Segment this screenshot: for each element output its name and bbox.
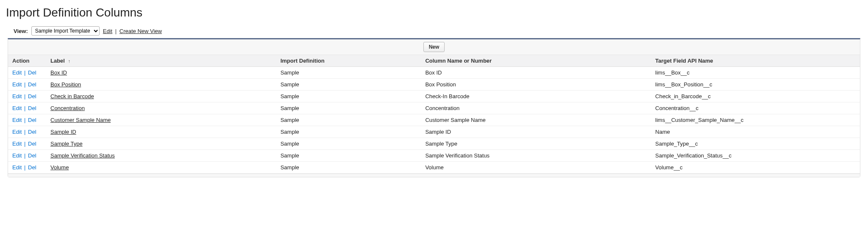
action-separator: | — [22, 141, 27, 147]
table-body: Edit | DelBox IDSampleBox IDlims__Box__c… — [8, 67, 860, 174]
label-link[interactable]: Sample ID — [50, 129, 76, 135]
label-cell: Box ID — [46, 67, 276, 79]
header-label[interactable]: Label ↑ — [46, 55, 276, 67]
table-row: Edit | DelSample TypeSampleSample TypeSa… — [8, 138, 860, 150]
label-link[interactable]: Check in Barcode — [50, 93, 94, 99]
import-definition-cell: Sample — [276, 162, 421, 174]
header-import-definition[interactable]: Import Definition — [276, 55, 421, 67]
action-separator: | — [22, 69, 27, 76]
edit-link[interactable]: Edit — [12, 69, 22, 76]
edit-link[interactable]: Edit — [12, 152, 22, 159]
table-row: Edit | DelVolumeSampleVolumeVolume__c — [8, 162, 860, 174]
edit-link[interactable]: Edit — [12, 117, 22, 123]
import-definition-cell: Sample — [276, 102, 421, 114]
column-name-cell: Check-In Barcode — [421, 91, 651, 102]
column-name-cell: Sample ID — [421, 126, 651, 138]
edit-link[interactable]: Edit — [12, 141, 22, 147]
action-cell: Edit | Del — [8, 138, 46, 150]
label-link[interactable]: Box ID — [50, 69, 67, 76]
action-separator: | — [22, 152, 27, 159]
del-link[interactable]: Del — [28, 69, 36, 76]
column-name-cell: Box Position — [421, 79, 651, 91]
button-bar: New — [8, 39, 860, 55]
target-field-cell: lims__Box__c — [651, 67, 860, 79]
target-field-cell: Check_in_Barcode__c — [651, 91, 860, 102]
del-link[interactable]: Del — [28, 164, 36, 171]
label-link[interactable]: Sample Type — [50, 141, 83, 147]
table-row: Edit | DelConcentrationSampleConcentrati… — [8, 102, 860, 114]
label-link[interactable]: Sample Verification Status — [50, 152, 115, 159]
action-cell: Edit | Del — [8, 102, 46, 114]
column-name-cell: Concentration — [421, 102, 651, 114]
label-cell: Sample Verification Status — [46, 150, 276, 162]
label-cell: Concentration — [46, 102, 276, 114]
edit-link[interactable]: Edit — [12, 81, 22, 88]
del-link[interactable]: Del — [28, 141, 36, 147]
table-row: Edit | DelSample IDSampleSample IDName — [8, 126, 860, 138]
table-row: Edit | DelCheck in BarcodeSampleCheck-In… — [8, 91, 860, 102]
label-link[interactable]: Customer Sample Name — [50, 117, 111, 123]
footer-space — [8, 174, 860, 177]
action-cell: Edit | Del — [8, 67, 46, 79]
data-table: Action Label ↑ Import Definition Column … — [8, 55, 860, 174]
del-link[interactable]: Del — [28, 81, 36, 88]
action-cell: Edit | Del — [8, 79, 46, 91]
target-field-cell: Sample_Verification_Status__c — [651, 150, 860, 162]
view-select[interactable]: Sample Import Template — [31, 26, 100, 36]
label-cell: Check in Barcode — [46, 91, 276, 102]
edit-link[interactable]: Edit — [12, 105, 22, 111]
header-action[interactable]: Action — [8, 55, 46, 67]
target-field-cell: Concentration__c — [651, 102, 860, 114]
edit-link[interactable]: Edit — [12, 164, 22, 171]
new-button[interactable]: New — [423, 42, 445, 52]
del-link[interactable]: Del — [28, 93, 36, 99]
label-cell: Box Position — [46, 79, 276, 91]
target-field-cell: Sample_Type__c — [651, 138, 860, 150]
del-link[interactable]: Del — [28, 105, 36, 111]
action-separator: | — [22, 93, 27, 99]
action-cell: Edit | Del — [8, 114, 46, 126]
action-cell: Edit | Del — [8, 91, 46, 102]
column-name-cell: Sample Verification Status — [421, 150, 651, 162]
column-name-cell: Box ID — [421, 67, 651, 79]
header-label-text: Label — [50, 58, 65, 64]
action-cell: Edit | Del — [8, 126, 46, 138]
import-definition-cell: Sample — [276, 67, 421, 79]
label-cell: Sample Type — [46, 138, 276, 150]
label-link[interactable]: Concentration — [50, 105, 85, 111]
create-view-link[interactable]: Create New View — [120, 28, 162, 34]
target-field-cell: lims__Customer_Sample_Name__c — [651, 114, 860, 126]
action-separator: | — [22, 105, 27, 111]
import-definition-cell: Sample — [276, 114, 421, 126]
del-link[interactable]: Del — [28, 117, 36, 123]
label-link[interactable]: Box Position — [50, 81, 81, 88]
target-field-cell: Volume__c — [651, 162, 860, 174]
view-bar: View: Sample Import Template Edit | Crea… — [14, 26, 862, 36]
edit-link[interactable]: Edit — [12, 129, 22, 135]
header-target-field[interactable]: Target Field API Name — [651, 55, 860, 67]
edit-link[interactable]: Edit — [12, 93, 22, 99]
label-cell: Volume — [46, 162, 276, 174]
header-column-name[interactable]: Column Name or Number — [421, 55, 651, 67]
import-definition-cell: Sample — [276, 150, 421, 162]
column-name-cell: Sample Type — [421, 138, 651, 150]
action-cell: Edit | Del — [8, 162, 46, 174]
label-cell: Sample ID — [46, 126, 276, 138]
label-link[interactable]: Volume — [50, 164, 69, 171]
view-label: View: — [14, 28, 28, 34]
import-definition-cell: Sample — [276, 91, 421, 102]
list-container: New Action Label ↑ Import Definition Col… — [8, 38, 860, 177]
label-cell: Customer Sample Name — [46, 114, 276, 126]
action-separator: | — [22, 81, 27, 88]
sort-asc-icon: ↑ — [68, 58, 71, 63]
page-title: Import Definition Columns — [6, 6, 862, 19]
action-separator: | — [22, 117, 27, 123]
action-separator: | — [22, 164, 27, 171]
table-row: Edit | DelSample Verification StatusSamp… — [8, 150, 860, 162]
column-name-cell: Customer Sample Name — [421, 114, 651, 126]
edit-view-link[interactable]: Edit — [103, 28, 112, 34]
del-link[interactable]: Del — [28, 129, 36, 135]
table-row: Edit | DelBox IDSampleBox IDlims__Box__c — [8, 67, 860, 79]
import-definition-cell: Sample — [276, 126, 421, 138]
del-link[interactable]: Del — [28, 152, 36, 159]
